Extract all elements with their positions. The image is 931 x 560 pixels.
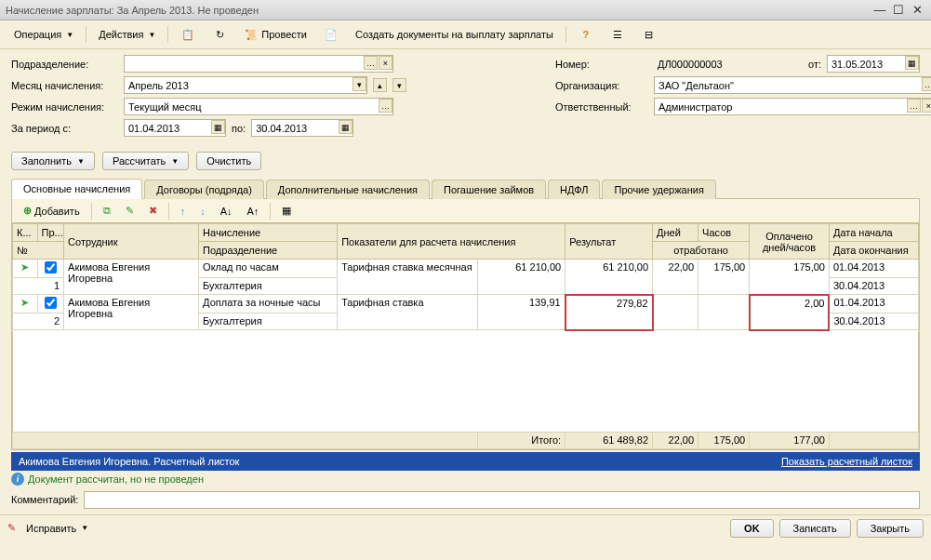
cell-days[interactable]: [653, 295, 698, 330]
show-payslip-link[interactable]: Показать расчетный листок: [781, 456, 912, 467]
calc-button[interactable]: Рассчитать▼: [102, 152, 189, 170]
tab-other-deductions[interactable]: Прочие удержания: [602, 180, 715, 199]
post-label: Провести: [261, 29, 307, 40]
col-worked[interactable]: отработано: [653, 242, 750, 260]
list-button[interactable]: ☰: [604, 24, 632, 45]
cell-indicator-val[interactable]: 61 210,00: [478, 260, 565, 295]
col-hours[interactable]: Часов: [698, 224, 750, 242]
resp-input[interactable]: [654, 98, 931, 115]
tree-button[interactable]: ⊟: [635, 24, 663, 45]
col-accrual[interactable]: Начисление: [199, 224, 338, 242]
tab-loans[interactable]: Погашение займов: [432, 180, 546, 199]
save-button[interactable]: Записать: [779, 519, 851, 538]
sort-desc-button[interactable]: A↑: [241, 203, 264, 220]
post-button[interactable]: 📜 Провести: [237, 24, 313, 45]
close-button[interactable]: Закрыть: [857, 519, 924, 538]
ellipsis-button[interactable]: …: [922, 77, 931, 91]
table-row[interactable]: ➤Акимова Евгения ИгоревнаДоплата за ночн…: [13, 295, 919, 313]
move-down-button[interactable]: ↓: [194, 203, 211, 220]
row-checkbox[interactable]: [37, 295, 64, 313]
actions-menu[interactable]: Действия▼: [92, 26, 162, 43]
cell-days[interactable]: 22,00: [653, 260, 698, 295]
fix-menu[interactable]: Исправить▼: [20, 520, 95, 537]
add-row-button[interactable]: ⊕Добавить: [18, 202, 86, 220]
cell-paid[interactable]: 175,00: [750, 260, 830, 295]
cell-subdivision[interactable]: Бухгалтерия: [199, 313, 338, 330]
delete-row-button[interactable]: ✖: [143, 202, 163, 220]
cell-indicator[interactable]: Тарифная ставка месячная: [338, 260, 478, 295]
clear-button[interactable]: ×: [379, 56, 392, 70]
calendar-icon[interactable]: ▦: [339, 120, 352, 134]
col-date-end[interactable]: Дата окончания: [829, 242, 918, 260]
pencil-icon: ✎: [126, 205, 134, 217]
comment-input[interactable]: [84, 491, 920, 509]
ok-button[interactable]: OK: [730, 519, 774, 538]
cell-result[interactable]: 61 210,00: [565, 260, 653, 295]
maximize-button[interactable]: ☐: [890, 3, 907, 18]
cell-indicator-val[interactable]: 139,91: [478, 295, 565, 330]
cell-date-start[interactable]: 01.04.2013: [829, 260, 918, 278]
cell-indicator[interactable]: Тарифная ставка: [338, 295, 478, 330]
cell-hours[interactable]: 175,00: [698, 260, 750, 295]
clipboard-button[interactable]: 📋: [174, 24, 202, 45]
cell-accrual[interactable]: Доплата за ночные часы: [199, 295, 338, 313]
calendar-icon[interactable]: ▦: [905, 56, 919, 70]
close-button[interactable]: ✕: [909, 3, 925, 18]
spin-up-button[interactable]: ▴: [373, 78, 387, 92]
help-button[interactable]: ?: [572, 24, 600, 45]
spin-down-button[interactable]: ▾: [392, 78, 406, 92]
main-grid[interactable]: К... Пр... Сотрудник Начисление Показате…: [12, 223, 919, 331]
cell-hours[interactable]: [698, 295, 750, 330]
col-pr[interactable]: Пр...: [37, 224, 64, 242]
number-input[interactable]: [654, 55, 775, 73]
col-employee[interactable]: Сотрудник: [64, 224, 199, 260]
cell-date-end[interactable]: 30.04.2013: [829, 278, 918, 295]
tab-ndfl[interactable]: НДФЛ: [548, 180, 600, 199]
fill-button[interactable]: Заполнить▼: [11, 152, 95, 170]
cell-date-start[interactable]: 01.04.2013: [829, 295, 918, 313]
table-row[interactable]: ➤Акимова Евгения ИгоревнаОклад по часамТ…: [13, 260, 919, 278]
ellipsis-button[interactable]: …: [907, 99, 921, 113]
mode-input[interactable]: [124, 98, 393, 115]
col-k[interactable]: К...: [13, 224, 38, 242]
operation-menu[interactable]: Операция▼: [7, 26, 80, 43]
col-subdivision[interactable]: Подразделение: [199, 242, 338, 260]
tab-main-accruals[interactable]: Основные начисления: [11, 179, 142, 199]
move-up-button[interactable]: ↑: [175, 203, 192, 220]
cell-accrual[interactable]: Оклад по часам: [199, 260, 338, 278]
subdivision-input[interactable]: [124, 55, 393, 73]
ellipsis-button[interactable]: …: [379, 99, 392, 113]
cell-paid[interactable]: 2,00: [750, 295, 830, 330]
tab-additional[interactable]: Дополнительные начисления: [266, 180, 430, 199]
cell-employee[interactable]: Акимова Евгения Игоревна: [64, 295, 199, 330]
tab-contracts[interactable]: Договоры (подряда): [144, 180, 264, 199]
col-date-start[interactable]: Дата начала: [829, 224, 918, 242]
cell-subdivision[interactable]: Бухгалтерия: [199, 278, 338, 295]
cell-employee[interactable]: Акимова Евгения Игоревна: [64, 260, 199, 295]
copy-row-button[interactable]: ⧉: [98, 202, 116, 220]
col-indicators[interactable]: Показатели для расчета начисления: [338, 224, 565, 260]
clear-button[interactable]: ×: [922, 99, 931, 113]
minimize-button[interactable]: —: [871, 3, 888, 18]
col-n[interactable]: №: [13, 242, 64, 260]
clear-button[interactable]: Очистить: [196, 152, 261, 170]
calendar-icon[interactable]: ▦: [211, 120, 225, 134]
sort-desc-icon: A↑: [246, 206, 259, 217]
period-to-label: по:: [232, 123, 246, 134]
ellipsis-button[interactable]: …: [364, 56, 378, 70]
create-payout-docs-button[interactable]: Создать документы на выплату зарплаты: [349, 26, 560, 43]
col-paid[interactable]: Оплачено дней/часов: [750, 224, 830, 260]
col-result[interactable]: Результат: [565, 224, 653, 260]
org-input[interactable]: [654, 76, 931, 94]
sheet-button[interactable]: 📄: [317, 24, 345, 45]
cell-result[interactable]: 279,82: [565, 295, 653, 330]
settings-button[interactable]: ▦: [276, 202, 297, 220]
edit-row-button[interactable]: ✎: [120, 202, 140, 220]
refresh-button[interactable]: ↻: [206, 24, 233, 45]
col-days[interactable]: Дней: [653, 224, 698, 242]
cell-date-end[interactable]: 30.04.2013: [829, 313, 918, 330]
sort-asc-button[interactable]: A↓: [215, 203, 238, 220]
month-input[interactable]: [124, 76, 367, 94]
row-checkbox[interactable]: [37, 260, 64, 278]
dropdown-button[interactable]: ▾: [352, 77, 366, 91]
